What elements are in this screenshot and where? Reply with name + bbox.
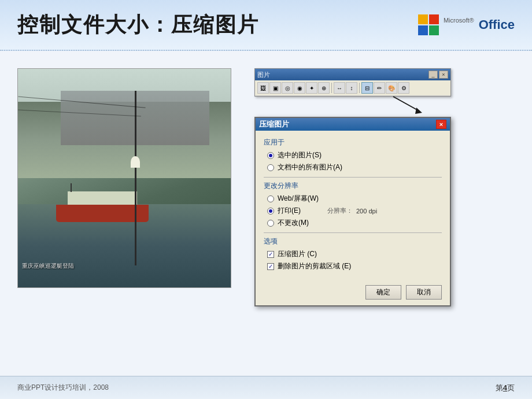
tb-icon-4[interactable]: ◉ bbox=[294, 82, 305, 94]
header: 控制文件大小：压缩图片 Microsoft® Office bbox=[0, 0, 532, 51]
dialog-footer: 确定 取消 bbox=[256, 282, 450, 305]
photo-caption: 重庆巫峡巡逻艇登陆 bbox=[22, 262, 74, 270]
resolution-radio-group: Web/屏幕(W) 打印(E) 分辨率： 200 dpi 不更改(M) bbox=[264, 194, 442, 228]
footer-page-prefix: 第 bbox=[496, 383, 503, 392]
checkbox-row-crop: 删除图片的剪裁区域 (E) bbox=[267, 261, 442, 271]
checkbox-compress-label: 压缩图片 (C) bbox=[278, 249, 317, 259]
toolbar-separator-1 bbox=[331, 83, 332, 93]
dialog-body: 应用于 选中的图片(S) 文档中的所有图片(A) 更改分辨率 bbox=[256, 131, 450, 282]
dialog-close-button[interactable]: × bbox=[436, 120, 446, 129]
photo-area: 重庆巫峡巡逻艇登陆 bbox=[17, 68, 231, 288]
toolbar-close-btn[interactable]: × bbox=[439, 71, 448, 79]
office-text-label: Office bbox=[479, 17, 515, 32]
photo-image: 重庆巫峡巡逻艇登陆 bbox=[18, 69, 231, 287]
checkbox-row-compress: 压缩图片 (C) bbox=[267, 249, 442, 259]
radio-nochange[interactable] bbox=[267, 220, 274, 227]
footer-right-text: 第4页 bbox=[496, 383, 515, 393]
page-title: 控制文件大小：压缩图片 bbox=[17, 11, 259, 39]
radio-web-label: Web/屏幕(W) bbox=[278, 194, 319, 204]
radio-all-label: 文档中的所有图片(A) bbox=[278, 162, 342, 172]
tb-icon-compress[interactable]: ⊟ bbox=[361, 82, 373, 94]
options-group: 压缩图片 (C) 删除图片的剪裁区域 (E) bbox=[264, 249, 442, 271]
dialog-titlebar: 压缩图片 × bbox=[256, 118, 450, 131]
arrow-icon bbox=[382, 94, 439, 114]
tb-icon-3[interactable]: ◎ bbox=[282, 82, 293, 94]
compress-dialog: 压缩图片 × 应用于 选中的图片(S) 文档中的所有图片(A) bbox=[254, 117, 451, 306]
radio-selected-image[interactable] bbox=[267, 152, 274, 159]
radio-print-label: 打印(E) bbox=[278, 206, 301, 216]
resolution-value: 200 dpi bbox=[356, 208, 377, 215]
divider-2 bbox=[264, 232, 442, 233]
footer-left-text: 商业PPT设计技巧培训，2008 bbox=[17, 383, 109, 393]
toolbar-controls: _ × bbox=[428, 71, 448, 79]
options-section-label: 选项 bbox=[264, 237, 442, 246]
radio-row-selected: 选中的图片(S) bbox=[267, 150, 442, 160]
svg-marker-1 bbox=[415, 108, 422, 114]
cancel-button[interactable]: 取消 bbox=[406, 285, 442, 300]
apply-section-label: 应用于 bbox=[264, 138, 442, 147]
svg-line-0 bbox=[393, 97, 419, 111]
resolution-key: 分辨率： bbox=[327, 206, 353, 215]
ship-flag bbox=[71, 183, 72, 192]
main-content: 重庆巫峡巡逻艇登陆 图片 _ × 🖼 ▣ ◎ ◉ ✦ ⊕ ↔ ↕ bbox=[0, 51, 532, 376]
radio-selected-label: 选中的图片(S) bbox=[278, 150, 322, 160]
footer-page-number: 4 bbox=[503, 383, 507, 392]
radio-web[interactable] bbox=[267, 195, 274, 202]
apply-radio-group: 选中的图片(S) 文档中的所有图片(A) bbox=[264, 150, 442, 172]
radio-print[interactable] bbox=[267, 208, 274, 215]
office-grid-icon bbox=[418, 14, 439, 35]
tb-icon-10[interactable]: 🎨 bbox=[386, 82, 397, 94]
checkbox-crop-label: 删除图片的剪裁区域 (E) bbox=[278, 261, 351, 271]
toolbar-window: 图片 _ × 🖼 ▣ ◎ ◉ ✦ ⊕ ↔ ↕ ⊟ ✏ 🎨 ⚙ bbox=[254, 68, 451, 97]
radio-nochange-label: 不更改(M) bbox=[278, 218, 309, 228]
checkbox-compress[interactable] bbox=[267, 251, 274, 258]
radio-row-nochange: 不更改(M) bbox=[267, 218, 442, 228]
toolbar-minimize-btn[interactable]: _ bbox=[428, 71, 438, 79]
toolbar-title: 图片 bbox=[257, 71, 270, 79]
right-panel: 图片 _ × 🖼 ▣ ◎ ◉ ✦ ⊕ ↔ ↕ ⊟ ✏ 🎨 ⚙ bbox=[254, 68, 515, 364]
divider-1 bbox=[264, 177, 442, 178]
footer-page-suffix: 页 bbox=[507, 383, 515, 392]
arrow-container bbox=[382, 97, 515, 114]
office-microsoft-label: Microsoft® bbox=[444, 17, 474, 24]
tb-icon-6[interactable]: ⊕ bbox=[318, 82, 330, 94]
tb-icon-9[interactable]: ✏ bbox=[374, 82, 385, 94]
photo-person bbox=[131, 156, 140, 168]
tb-icon-7[interactable]: ↔ bbox=[334, 82, 345, 94]
ship-upper bbox=[68, 191, 137, 206]
ok-button[interactable]: 确定 bbox=[365, 285, 401, 300]
radio-row-all: 文档中的所有图片(A) bbox=[267, 162, 442, 172]
tb-icon-2[interactable]: ▣ bbox=[269, 82, 281, 94]
toolbar-separator-2 bbox=[359, 83, 360, 93]
radio-row-web: Web/屏幕(W) bbox=[267, 194, 442, 204]
photo-pole bbox=[135, 91, 136, 265]
radio-all-images[interactable] bbox=[267, 164, 274, 171]
footer: 商业PPT设计技巧培训，2008 第4页 bbox=[0, 376, 532, 399]
dialog-title: 压缩图片 bbox=[259, 119, 289, 130]
resolution-section-label: 更改分辨率 bbox=[264, 181, 442, 191]
radio-row-print: 打印(E) 分辨率： 200 dpi bbox=[267, 206, 442, 216]
office-logo: Microsoft® Office bbox=[418, 14, 515, 35]
tb-icon-8[interactable]: ↕ bbox=[346, 82, 357, 94]
tb-icon-5[interactable]: ✦ bbox=[306, 82, 317, 94]
checkbox-crop[interactable] bbox=[267, 263, 274, 270]
toolbar-titlebar: 图片 _ × bbox=[255, 69, 450, 80]
tb-icon-1[interactable]: 🖼 bbox=[257, 82, 269, 94]
tb-icon-11[interactable]: ⚙ bbox=[398, 82, 409, 94]
